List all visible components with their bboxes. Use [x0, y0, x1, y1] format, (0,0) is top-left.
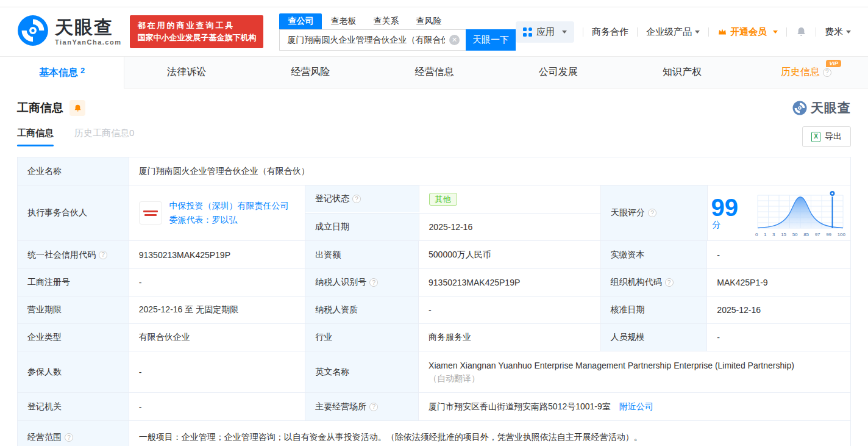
promo-line1: 都在用的商业查询工具: [137, 20, 256, 32]
field-label: 天眼评分 ?: [600, 185, 707, 240]
logo-domain: TianYanCha.com: [55, 39, 121, 46]
field-label: 经营范围 ?: [18, 421, 129, 446]
registration-status-cell: 其他: [419, 185, 600, 212]
table-row: 工商注册号 - 纳税人识别号 ? 91350213MAK425P19P 组织机构…: [18, 268, 850, 296]
help-icon[interactable]: ?: [65, 433, 73, 442]
field-label: 人员规模: [600, 324, 707, 351]
reg-number-value: -: [129, 269, 305, 296]
table-row: 营业期限 2025-12-16 至 无固定期限 纳税人资质 - 核准日期 202…: [18, 296, 850, 323]
taxpayer-id-value: 91350213MAK425P19P: [418, 269, 600, 296]
registration-authority-value: -: [129, 393, 305, 420]
search-tab-relation[interactable]: 查关系: [365, 13, 407, 29]
business-address-cell: 厦门市翔安区香山街道翔安南路5012号1001-9室 附近公司: [418, 393, 850, 420]
table-row: 统一社会信用代码 ? 91350213MAK425P19P 出资额 500000…: [18, 240, 850, 268]
business-address-value: 厦门市翔安区香山街道翔安南路5012号1001-9室: [429, 401, 611, 412]
executive-partner-cell: 中保投资（深圳）有限责任公司 委派代表：罗以弘: [129, 185, 305, 240]
tab-legal-proceedings[interactable]: 法律诉讼: [124, 57, 248, 88]
divider: [816, 27, 816, 37]
subtab-history-business-info[interactable]: 历史工商信息0: [74, 128, 134, 146]
subtab-business-info[interactable]: 工商信息: [17, 128, 54, 146]
export-button[interactable]: X 导出: [802, 126, 851, 147]
nearby-companies-link[interactable]: 附近公司: [619, 401, 653, 412]
table-row: 经营范围 ? 一般项目：企业管理；企业管理咨询；以自有资金从事投资活动。（除依法…: [18, 420, 850, 446]
help-icon[interactable]: ?: [369, 278, 378, 287]
table-row: 登记机关 - 主要经营场所 ? 厦门市翔安区香山街道翔安南路5012号1001-…: [18, 392, 850, 420]
partner-representative-link[interactable]: 委派代表：罗以弘: [169, 213, 289, 227]
search-button[interactable]: 天眼一下: [466, 29, 516, 51]
field-label: 企业名称: [18, 157, 129, 185]
navbar: 天眼查 TianYanCha.com 都在用的商业查询工具 国家中小企业发展子基…: [0, 7, 868, 56]
tab-company-development[interactable]: 公司发展: [496, 57, 620, 88]
logo-title: 天眼查: [55, 18, 121, 37]
promo-line2: 国家中小企业发展子基金旗下机构: [137, 32, 256, 44]
nav-cooperation[interactable]: 商务合作: [592, 26, 628, 38]
help-icon[interactable]: ?: [648, 209, 656, 217]
username: 费米: [825, 26, 843, 38]
field-label: 参保人数: [18, 351, 129, 392]
field-label: 成立日期: [305, 214, 419, 240]
status-badge: 其他: [429, 193, 457, 206]
search-tab-boss[interactable]: 查老板: [322, 13, 365, 29]
business-registration-table: 企业名称 厦门翔南圆火企业管理合伙企业（有限合伙） 执行事务合伙人 中保投资（深…: [17, 157, 851, 446]
paid-capital-value: -: [706, 241, 850, 268]
apps-menu[interactable]: 应用: [516, 21, 574, 43]
apps-label: 应用: [536, 26, 555, 38]
tab-operating-risk[interactable]: 经营风险: [249, 57, 372, 88]
search-input[interactable]: [280, 30, 466, 50]
partner-company-logo: [139, 201, 162, 225]
section-title: 工商信息: [17, 100, 63, 116]
company-type-value: 有限合伙企业: [129, 324, 305, 351]
clear-icon[interactable]: ✕: [449, 35, 460, 45]
table-row: 参保人数 - 英文名称 Xiamen Xiangnan Yuanhuo Ente…: [18, 351, 850, 392]
tianyancha-watermark: 天眼查: [792, 99, 851, 117]
partner-company-link[interactable]: 中保投资（深圳）有限责任公司: [169, 199, 289, 213]
table-row: 企业类型 有限合伙企业 行业 商务服务业 人员规模 -: [18, 323, 850, 351]
tab-basic-info[interactable]: 基本信息 2: [0, 57, 124, 88]
insured-count-value: -: [129, 351, 305, 392]
search-tab-risk[interactable]: 查风险: [407, 13, 450, 29]
field-label: 营业期限: [18, 297, 129, 323]
score-value[interactable]: 99分: [711, 195, 748, 231]
field-label: 登记状态 ?: [305, 185, 419, 212]
divider: [708, 27, 709, 37]
english-name-cell: Xiamen Xiangnan Yuanhuo Enterprise Manag…: [418, 351, 850, 392]
help-icon[interactable]: ?: [823, 68, 831, 77]
table-row: 执行事务合伙人 中保投资（深圳）有限责任公司 委派代表：罗以弘 登记状态 ? 其…: [18, 185, 850, 240]
monitor-bell-button[interactable]: [69, 100, 85, 116]
crown-icon: [717, 27, 727, 37]
field-label: 工商注册号: [18, 269, 129, 296]
divider: [786, 27, 787, 37]
apps-grid-icon: [523, 27, 532, 37]
tab-business-info[interactable]: 经营信息: [372, 57, 496, 88]
field-label: 执行事务合伙人: [18, 185, 129, 240]
field-label: 纳税人识别号 ?: [305, 269, 418, 296]
tianyancha-logo-icon: [792, 101, 807, 115]
promo-banner: 都在用的商业查询工具 国家中小企业发展子基金旗下机构: [130, 15, 263, 48]
tab-history-info[interactable]: VIP 历史信息 ?: [744, 57, 868, 88]
bell-icon: [73, 104, 82, 113]
taxpayer-quality-value: -: [418, 297, 600, 323]
field-label: 出资额: [305, 241, 418, 268]
field-label: 登记机关: [18, 393, 129, 420]
divider: [583, 27, 583, 37]
company-name-value: 厦门翔南圆火企业管理合伙企业（有限合伙）: [129, 157, 850, 185]
user-menu[interactable]: 费米: [825, 26, 851, 38]
nav-enterprise-products[interactable]: 企业级产品: [646, 26, 700, 38]
help-icon[interactable]: ?: [665, 278, 674, 287]
tianyancha-logo[interactable]: 天眼查 TianYanCha.com: [17, 15, 121, 49]
business-term-value: 2025-12-16 至 无固定期限: [129, 297, 305, 323]
help-icon[interactable]: ?: [369, 403, 378, 411]
field-label: 英文名称: [305, 351, 418, 392]
help-icon[interactable]: ?: [352, 195, 361, 203]
field-label: 核准日期: [600, 297, 707, 323]
nav-open-vip[interactable]: 开通会员: [717, 26, 778, 38]
credit-code-value: 91350213MAK425P19P: [129, 241, 305, 268]
establish-date-value: 2025-12-16: [419, 214, 600, 240]
field-label: 行业: [305, 324, 418, 351]
status-date-block: 登记状态 ? 其他 成立日期 2025-12-16: [305, 185, 600, 240]
tab-intellectual-property[interactable]: 知识产权: [620, 57, 744, 88]
tab-count-badge: 2: [80, 66, 85, 75]
help-icon[interactable]: ?: [99, 251, 107, 259]
search-tab-company[interactable]: 查公司: [279, 13, 322, 29]
notification-bell[interactable]: [795, 26, 807, 38]
